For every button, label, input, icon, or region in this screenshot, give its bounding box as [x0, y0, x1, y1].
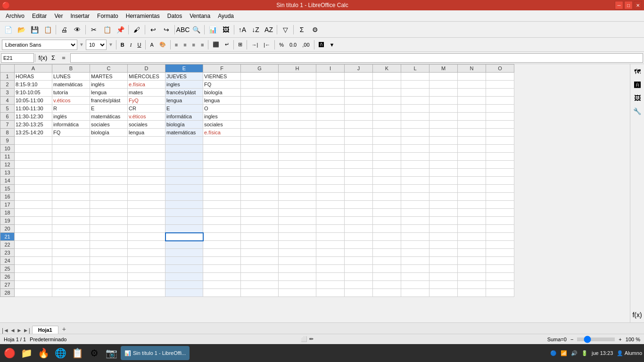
row-header-28[interactable]: 28 [0, 289, 15, 297]
cell-C17[interactable] [90, 201, 128, 209]
cell-L11[interactable] [401, 153, 429, 161]
cell-F14[interactable] [203, 177, 241, 185]
cell-G22[interactable] [241, 241, 279, 249]
menu-archivo[interactable]: Archivo [2, 12, 28, 20]
cell-L8[interactable] [401, 129, 429, 137]
row-header-17[interactable]: 17 [0, 201, 15, 209]
cell-H2[interactable] [279, 81, 316, 89]
undo-button[interactable]: ↩ [147, 24, 159, 36]
cell-N23[interactable] [458, 249, 486, 257]
cell-E25[interactable] [165, 265, 203, 273]
cell-A25[interactable] [15, 265, 52, 273]
cell-J11[interactable] [345, 153, 373, 161]
cell-K6[interactable] [373, 113, 401, 121]
cell-K16[interactable] [373, 193, 401, 201]
styles-sidebar-icon[interactable]: 🅰 [632, 79, 643, 90]
cell-C8[interactable]: biología [90, 129, 128, 137]
cell-L12[interactable] [401, 161, 429, 169]
cell-C3[interactable]: lengua [90, 89, 128, 97]
cell-O4[interactable] [486, 97, 514, 105]
row-header-14[interactable]: 14 [0, 177, 15, 185]
cell-B24[interactable] [52, 257, 90, 265]
cell-A8[interactable]: 13:25-14:20 [15, 129, 52, 137]
cell-D13[interactable] [128, 169, 165, 177]
cell-I25[interactable] [316, 265, 345, 273]
cell-J8[interactable] [345, 129, 373, 137]
cell-K20[interactable] [373, 225, 401, 233]
cell-B3[interactable]: tutoría [52, 89, 90, 97]
cell-K10[interactable] [373, 145, 401, 153]
cell-M20[interactable] [429, 225, 458, 233]
cell-M21[interactable] [429, 233, 458, 241]
cell-K3[interactable] [373, 89, 401, 97]
cell-F13[interactable] [203, 169, 241, 177]
cell-G27[interactable] [241, 281, 279, 289]
cell-C14[interactable] [90, 177, 128, 185]
cell-L5[interactable] [401, 105, 429, 113]
cell-G14[interactable] [241, 177, 279, 185]
cell-E18[interactable] [165, 209, 203, 217]
cell-B23[interactable] [52, 249, 90, 257]
cell-H27[interactable] [279, 281, 316, 289]
cell-B14[interactable] [52, 177, 90, 185]
cell-M12[interactable] [429, 161, 458, 169]
cell-M4[interactable] [429, 97, 458, 105]
cell-A26[interactable] [15, 273, 52, 281]
cell-O21[interactable] [486, 233, 514, 241]
cell-A5[interactable]: 11:00-11:30 [15, 105, 52, 113]
cell-M19[interactable] [429, 217, 458, 225]
cell-A18[interactable] [15, 209, 52, 217]
cell-J18[interactable] [345, 209, 373, 217]
tab-prev-button[interactable]: ◄ [10, 327, 16, 334]
row-header-5[interactable]: 5 [0, 105, 15, 113]
image-button[interactable]: 🖼 [220, 24, 232, 36]
cell-A12[interactable] [15, 161, 52, 169]
cell-N16[interactable] [458, 193, 486, 201]
cell-G2[interactable] [241, 81, 279, 89]
cell-C15[interactable] [90, 185, 128, 193]
cell-D18[interactable] [128, 209, 165, 217]
cell-F12[interactable] [203, 161, 241, 169]
cell-F25[interactable] [203, 265, 241, 273]
cell-J3[interactable] [345, 89, 373, 97]
cell-B7[interactable]: informática [52, 121, 90, 129]
cell-G13[interactable] [241, 169, 279, 177]
cell-B17[interactable] [52, 201, 90, 209]
row-header-19[interactable]: 19 [0, 217, 15, 225]
cell-F18[interactable] [203, 209, 241, 217]
cell-O18[interactable] [486, 209, 514, 217]
cell-B4[interactable]: v.éticos [52, 97, 90, 105]
cell-G1[interactable] [241, 73, 279, 81]
cell-C4[interactable]: francés/plást [90, 97, 128, 105]
cell-L24[interactable] [401, 257, 429, 265]
cell-E20[interactable] [165, 225, 203, 233]
row-header-21[interactable]: 21 [0, 233, 15, 241]
cell-A1[interactable]: HORAS [15, 73, 52, 81]
justify-button[interactable]: ≡ [198, 40, 206, 50]
cell-D9[interactable] [128, 137, 165, 145]
cell-I5[interactable] [316, 105, 345, 113]
cell-O2[interactable] [486, 81, 514, 89]
cell-M1[interactable] [429, 73, 458, 81]
borders-button[interactable]: ⊞ [236, 40, 245, 50]
cell-O7[interactable] [486, 121, 514, 129]
close-button[interactable]: ✕ [634, 1, 642, 9]
cell-L10[interactable] [401, 145, 429, 153]
cell-J6[interactable] [345, 113, 373, 121]
cell-L21[interactable] [401, 233, 429, 241]
cell-E19[interactable] [165, 217, 203, 225]
cell-C9[interactable] [90, 137, 128, 145]
cell-L9[interactable] [401, 137, 429, 145]
sheet-tab-hoja1[interactable]: Hoja1 [32, 326, 58, 334]
cell-F23[interactable] [203, 249, 241, 257]
row-header-6[interactable]: 6 [0, 113, 15, 121]
row-header-24[interactable]: 24 [0, 257, 15, 265]
cell-I15[interactable] [316, 185, 345, 193]
navigator-icon[interactable]: 🗺 [632, 66, 643, 77]
cell-C23[interactable] [90, 249, 128, 257]
cell-A3[interactable]: 9:10-10:05 [15, 89, 52, 97]
col-header-L[interactable]: L [401, 65, 429, 73]
cell-H4[interactable] [279, 97, 316, 105]
cell-O26[interactable] [486, 273, 514, 281]
cell-C19[interactable] [90, 217, 128, 225]
